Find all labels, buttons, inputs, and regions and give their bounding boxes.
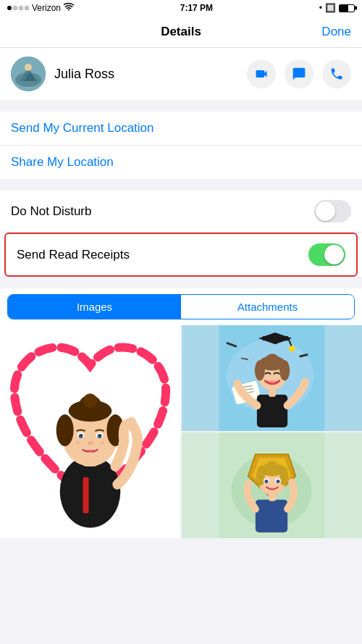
- svg-point-20: [99, 434, 101, 436]
- svg-point-41: [279, 360, 290, 380]
- avatar-image: [11, 57, 46, 91]
- svg-point-23: [101, 441, 104, 443]
- graduation-svg: [182, 325, 362, 431]
- svg-rect-50: [256, 500, 287, 532]
- bitmoji-heart-svg: [0, 325, 180, 538]
- signal-dots: [7, 6, 29, 10]
- image-graduation[interactable]: [182, 325, 362, 431]
- avatar: [11, 57, 46, 91]
- status-right: • 🔲: [319, 3, 355, 13]
- svg-point-60: [277, 480, 280, 483]
- battery-fill: [340, 5, 348, 12]
- status-time: 7:17 PM: [180, 3, 213, 13]
- toggle-thumb-srr: [324, 245, 344, 264]
- status-left: Verizon: [7, 3, 74, 13]
- share-my-location-button[interactable]: Share My Location: [0, 146, 362, 179]
- image-youre-the-best[interactable]: YOU'RE THE BEST: [182, 432, 362, 538]
- svg-point-21: [88, 441, 93, 445]
- signal-dot-3: [19, 6, 23, 10]
- do-not-disturb-row: Do Not Disturb: [0, 191, 362, 233]
- tab-attachments[interactable]: Attachments: [181, 295, 354, 319]
- toggle-thumb-dnd: [316, 201, 335, 221]
- send-read-receipts-label: Send Read Receipts: [17, 248, 130, 262]
- signal-dot-2: [13, 6, 17, 10]
- svg-point-22: [77, 441, 79, 443]
- settings-section: Do Not Disturb Send Read Receipts: [0, 191, 362, 277]
- svg-point-56: [279, 467, 288, 485]
- message-icon: [292, 67, 306, 81]
- wifi-icon: [64, 3, 74, 13]
- svg-point-59: [264, 480, 268, 483]
- image-bitmoji-heart[interactable]: [0, 325, 180, 538]
- svg-rect-7: [83, 477, 89, 514]
- contact-actions: [247, 59, 351, 88]
- send-current-location-button[interactable]: Send My Current Location: [0, 112, 362, 146]
- video-call-button[interactable]: [247, 59, 276, 88]
- done-button[interactable]: Done: [321, 25, 351, 39]
- battery-icon: [339, 4, 355, 12]
- svg-point-55: [256, 467, 265, 485]
- section-gap-2: [0, 179, 362, 185]
- phone-icon: [329, 67, 344, 81]
- phone-button[interactable]: [322, 59, 351, 88]
- svg-point-12: [83, 393, 98, 408]
- svg-point-40: [255, 360, 265, 380]
- page-title: Details: [161, 25, 201, 39]
- signal-dot-1: [7, 6, 12, 10]
- svg-point-39: [265, 354, 279, 368]
- send-read-receipts-row: Send Read Receipts: [6, 234, 356, 275]
- svg-rect-35: [257, 395, 287, 427]
- carrier-label: Verizon: [32, 3, 61, 13]
- youre-best-svg: YOU'RE THE BEST: [182, 432, 362, 538]
- send-read-receipts-highlight: Send Read Receipts: [4, 233, 358, 277]
- location-section: Send My Current Location Share My Locati…: [0, 112, 362, 179]
- svg-point-54: [266, 461, 279, 474]
- svg-point-13: [56, 414, 74, 446]
- send-read-receipts-toggle[interactable]: [308, 243, 345, 266]
- do-not-disturb-label: Do Not Disturb: [11, 204, 91, 219]
- tabs-section: Images Attachments: [0, 288, 362, 325]
- tab-images[interactable]: Images: [8, 295, 181, 319]
- contact-name: Julia Ross: [54, 67, 247, 82]
- svg-point-30: [289, 346, 295, 351]
- bluetooth-label: 🔲: [325, 3, 336, 13]
- svg-point-4: [25, 64, 32, 71]
- video-icon: [254, 67, 269, 81]
- section-gap-3: [0, 277, 362, 283]
- do-not-disturb-toggle[interactable]: [314, 200, 351, 222]
- message-button[interactable]: [285, 59, 313, 88]
- section-gap-1: [0, 106, 362, 112]
- tabs-container: Images Attachments: [7, 294, 355, 319]
- bluetooth-icon: •: [319, 3, 322, 13]
- nav-bar: Details Done: [0, 16, 362, 48]
- signal-dot-4: [25, 6, 29, 10]
- svg-point-19: [80, 434, 83, 436]
- images-grid: YOU'RE THE BEST: [0, 325, 362, 538]
- contact-section: Julia Ross: [0, 48, 362, 100]
- status-bar: Verizon 7:17 PM • 🔲: [0, 0, 362, 16]
